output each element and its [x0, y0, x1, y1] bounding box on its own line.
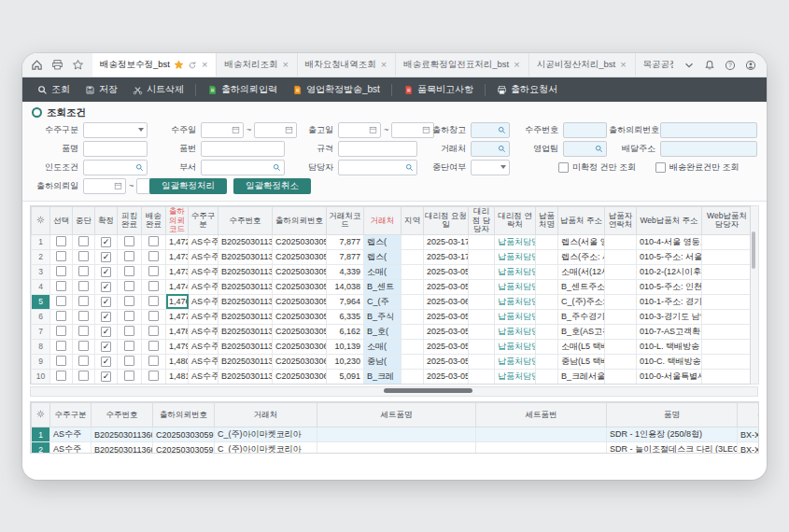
cell-대리점 요청일[interactable]: 2025-03-05	[424, 339, 469, 354]
checkbox-box[interactable]	[56, 356, 66, 366]
column-header-Web납품처 주소[interactable]: Web납품처 주소	[637, 207, 702, 235]
cell-납품처 주소[interactable]: 진주SD수조이(뮤선	[558, 384, 605, 385]
cell-대리점 연락처[interactable]: 납품처담당자22	[495, 279, 536, 294]
cell-납품처 주소[interactable]: C_(주)주소: 경기도	[558, 294, 605, 309]
cell-납품처 주소[interactable]: B_센트주소: 안기기연옥	[558, 279, 605, 294]
table-row[interactable]: 91,480AS수주B202503011364C20250303060110,2…	[32, 354, 752, 369]
cell-check-배송완료[interactable]	[142, 249, 166, 264]
table-row[interactable]: 11,472AS수주B202503011357C2025030305937,87…	[32, 234, 752, 249]
cell-수주번호[interactable]: B202503011359	[218, 279, 273, 294]
cell-대리점 연락처[interactable]: 납품처담당자22	[495, 324, 536, 339]
cell-거래처코드[interactable]: 5,091	[327, 369, 364, 384]
cell-납품처명[interactable]	[536, 234, 558, 249]
cell-대리점 연락처[interactable]: 납품처담당자22	[495, 339, 536, 354]
grid-settings-icon[interactable]	[32, 403, 50, 427]
cell-거래처코드[interactable]: 4,339	[327, 264, 364, 279]
text-input-품명[interactable]	[83, 141, 148, 157]
cell-거래처[interactable]: 중남(	[364, 354, 402, 369]
cell-납품처명[interactable]	[536, 339, 558, 354]
column-header-품번[interactable]: 품번	[738, 403, 760, 427]
cell-납품처명[interactable]	[536, 294, 558, 309]
checkbox-box[interactable]	[124, 251, 134, 261]
cell-납품자 연락처[interactable]	[605, 309, 637, 324]
cell-지역[interactable]	[402, 384, 424, 385]
toolbar-button-sheet-delete[interactable]: 시트삭제	[125, 80, 191, 99]
column-header-대리점 요청일[interactable]: 대리점 요청일	[424, 207, 469, 235]
table-row[interactable]: 21,473AS수주B202503011357C2025030305947,87…	[32, 249, 752, 264]
cell-대리점 연락처[interactable]: 납품처담당자22	[495, 354, 536, 369]
checkbox-box[interactable]	[124, 281, 134, 291]
cell-납품처명[interactable]	[536, 354, 558, 369]
cell-check-배송완료[interactable]	[142, 294, 166, 309]
checkbox-box[interactable]	[101, 282, 111, 292]
cell-대리점 요청일[interactable]: 2025-03-05	[424, 354, 469, 369]
column-header-출하의뢰번호[interactable]: 출하의뢰번호	[153, 403, 215, 427]
checkbox-box[interactable]	[78, 341, 89, 351]
vertical-scrollbar-thumb[interactable]	[752, 231, 755, 269]
cell-대리점 담당자[interactable]	[469, 324, 495, 339]
cell-대리점 요청일[interactable]: 2025-03-05	[424, 264, 469, 279]
cell-거래처[interactable]: 소매(	[364, 264, 402, 279]
checkbox-box[interactable]	[124, 326, 134, 336]
cell-check-확정[interactable]	[95, 294, 118, 309]
column-header-Web납품처담당자[interactable]: Web납품처담당자	[702, 207, 752, 235]
text-input-출하의뢰번호[interactable]	[660, 122, 757, 138]
table-row[interactable]: 1AS수주B202503011360C202503030597C_(주)아이마켓…	[32, 427, 760, 442]
cell-check-배송완료[interactable]	[142, 339, 166, 354]
cell-수주구분[interactable]: AS수주	[189, 279, 218, 294]
checkbox-box[interactable]	[148, 296, 159, 306]
column-header-수주번호[interactable]: 수주번호	[92, 403, 153, 427]
cell-check-중단[interactable]	[73, 309, 95, 324]
cell-세트품명[interactable]	[317, 427, 476, 442]
cell-거래처코드[interactable]: 7,964	[327, 294, 364, 309]
cell-check-선택[interactable]	[50, 294, 73, 309]
cell-check-배송완료[interactable]	[142, 264, 166, 279]
toolbar-button-shipping-request-input[interactable]: 출하의뢰입력	[200, 80, 285, 99]
cell-납품처명[interactable]	[536, 249, 558, 264]
button-일괄확정처리[interactable]: 일괄확정처리	[149, 178, 227, 194]
cell-거래처[interactable]: B_호(	[364, 324, 402, 339]
checkbox-box[interactable]	[124, 296, 134, 306]
column-header-지역[interactable]: 지역	[402, 207, 424, 235]
cell-수주구분[interactable]: AS수주	[189, 339, 218, 354]
cell-check-선택[interactable]	[50, 354, 73, 369]
cell-세트품명[interactable]	[317, 442, 476, 455]
cell-check-확정[interactable]	[95, 339, 118, 354]
cell-Web납품처담당자[interactable]	[702, 279, 752, 294]
cell-납품처명[interactable]	[536, 264, 558, 279]
checkbox-box[interactable]	[101, 327, 111, 337]
cell-Web납품처 주소[interactable]: 010-2-(12시이후 방문 요)AS고객(문, 화성시 시럼남양아동청소년센…	[637, 264, 702, 279]
cell-출하의뢰코드[interactable]: 1,474	[166, 279, 189, 294]
row-number[interactable]: 11	[32, 384, 50, 385]
tab-3[interactable]: 배차요청내역조회×	[298, 53, 396, 77]
cell-납품처 주소[interactable]: 렙스(서울 영둥 모경선칭	[558, 234, 605, 249]
cell-출하의뢰코드[interactable]: 1,479	[166, 339, 189, 354]
cell-출하의뢰번호[interactable]: C202503030597	[273, 294, 327, 309]
cell-지역[interactable]	[402, 324, 424, 339]
tab-6[interactable]: 목공공정입력_bst×	[636, 53, 673, 77]
cell-check-확정[interactable]	[95, 249, 118, 264]
cell-check-피킹완료[interactable]	[118, 249, 142, 264]
checkbox-box[interactable]	[148, 266, 159, 276]
checkbox-box[interactable]	[101, 252, 111, 262]
table-row[interactable]: 81,479AS수주B202503011363C20250303060010,1…	[32, 339, 752, 354]
cell-Web납품처담당자[interactable]	[702, 369, 752, 384]
checkbox-box[interactable]	[56, 371, 66, 381]
toolbar-button-save[interactable]: 저장	[77, 80, 125, 99]
cell-수주구분[interactable]: AS수주	[50, 427, 92, 442]
cell-납품처 주소[interactable]: B_호(AS고객연 강영국	[558, 324, 605, 339]
cell-check-중단[interactable]	[73, 279, 95, 294]
cell-check-선택[interactable]	[50, 309, 73, 324]
column-header-피킹완료[interactable]: 피킹완료	[118, 207, 142, 235]
cell-check-선택[interactable]	[50, 369, 73, 384]
cell-check-확정[interactable]	[95, 309, 118, 324]
cell-Web납품처담당자[interactable]	[702, 339, 752, 354]
cell-지역[interactable]	[402, 309, 424, 324]
cell-출하의뢰코드[interactable]: 1,472	[166, 234, 189, 249]
column-header-납품처명[interactable]: 납품처명	[536, 207, 558, 235]
cell-Web납품처담당자[interactable]	[702, 249, 752, 264]
search-input-담당자[interactable]	[338, 160, 417, 175]
checkbox-box[interactable]	[148, 341, 159, 351]
select-수주구분[interactable]	[83, 122, 148, 138]
checkbox-배송완료건만 조회[interactable]: 배송완료건만 조회	[655, 161, 740, 174]
